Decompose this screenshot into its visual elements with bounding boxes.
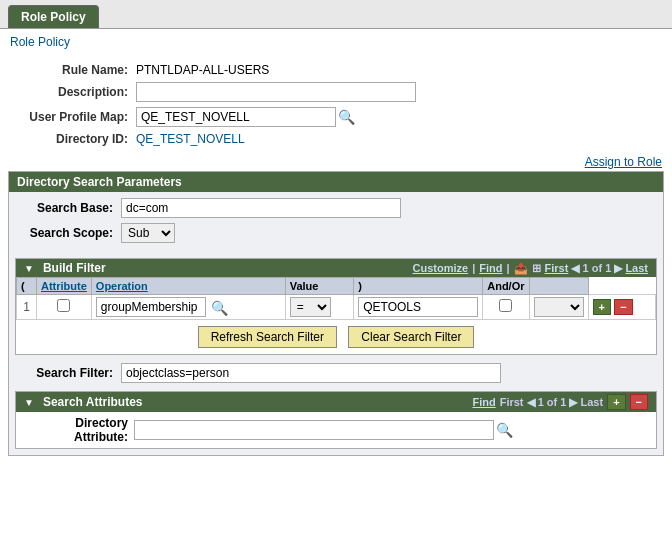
row-checkbox[interactable] bbox=[57, 299, 70, 312]
table-row: 1 🔍 = != >= <= bbox=[17, 295, 656, 320]
find-link[interactable]: Find bbox=[479, 262, 502, 274]
and-or-cell: AND OR bbox=[529, 295, 588, 320]
grid-icon[interactable]: ⊞ bbox=[532, 262, 541, 275]
operation-sort-link[interactable]: Operation bbox=[96, 280, 148, 292]
remove-search-attr-button[interactable]: − bbox=[630, 394, 648, 410]
export-icon[interactable]: 📤 bbox=[514, 262, 528, 275]
search-attributes-title: ▼ Search Attributes Find First ◀ 1 of 1 … bbox=[16, 392, 656, 412]
next-page-icon[interactable]: ▶ bbox=[614, 262, 622, 274]
search-base-input[interactable] bbox=[121, 198, 401, 218]
search-attr-last: Last bbox=[581, 396, 604, 408]
directory-attribute-label: Directory Attribute: bbox=[24, 416, 134, 444]
build-filter-title: ▼ Build Filter Customize | Find | 📤 ⊞ Fi… bbox=[16, 259, 656, 277]
description-row: Description: bbox=[16, 82, 656, 102]
description-label: Description: bbox=[16, 85, 136, 99]
build-filter-toolbar: Customize | Find | 📤 ⊞ First ◀ 1 of 1 ▶ … bbox=[413, 262, 648, 275]
form-area: Rule Name: PTNTLDAP-ALL-USERS Descriptio… bbox=[0, 55, 672, 155]
filter-buttons-row: Refresh Search Filter Clear Search Filte… bbox=[16, 320, 656, 354]
search-attr-pagination: First bbox=[500, 396, 524, 408]
rule-name-value: PTNTLDAP-ALL-USERS bbox=[136, 63, 269, 77]
tab-bar: Role Policy bbox=[0, 0, 672, 29]
build-filter-header: ( Attribute Operation Value ) And/Or bbox=[17, 278, 656, 295]
add-row-button[interactable]: + bbox=[593, 299, 611, 315]
remove-row-button[interactable]: − bbox=[614, 299, 632, 315]
user-profile-map-row: User Profile Map: 🔍 bbox=[16, 107, 656, 127]
search-attr-prev-icon[interactable]: ◀ bbox=[527, 396, 535, 408]
role-policy-tab[interactable]: Role Policy bbox=[8, 5, 99, 28]
col-paren-open: ( bbox=[17, 278, 37, 295]
attribute-input[interactable] bbox=[96, 297, 206, 317]
search-attr-next-icon[interactable]: ▶ bbox=[569, 396, 577, 408]
directory-attribute-row: Directory Attribute: 🔍 bbox=[16, 412, 656, 448]
and-or-select[interactable]: AND OR bbox=[534, 297, 584, 317]
build-filter-label: Build Filter bbox=[43, 261, 106, 275]
user-profile-map-input[interactable] bbox=[136, 107, 336, 127]
directory-id-value: QE_TEST_NOVELL bbox=[136, 132, 245, 146]
directory-id-row: Directory ID: QE_TEST_NOVELL bbox=[16, 132, 656, 146]
build-filter-title-left: ▼ Build Filter bbox=[24, 261, 106, 275]
search-base-row: Search Base: bbox=[21, 198, 651, 218]
search-attributes-label: Search Attributes bbox=[43, 395, 143, 409]
col-operation: Operation bbox=[91, 278, 285, 295]
search-filter-row: Search Filter: bbox=[9, 359, 663, 387]
assign-to-role-link[interactable]: Assign to Role bbox=[585, 155, 662, 169]
col-value: Value bbox=[285, 278, 354, 295]
search-scope-label: Search Scope: bbox=[21, 226, 121, 240]
search-attributes-subsection: ▼ Search Attributes Find First ◀ 1 of 1 … bbox=[15, 391, 657, 449]
value-cell bbox=[354, 295, 483, 320]
rule-name-row: Rule Name: PTNTLDAP-ALL-USERS bbox=[16, 63, 656, 77]
value-input[interactable] bbox=[358, 297, 478, 317]
paren-close-cell bbox=[483, 295, 529, 320]
row-num: 1 bbox=[17, 295, 37, 320]
directory-attribute-search-icon[interactable]: 🔍 bbox=[496, 422, 513, 438]
attribute-cell: 🔍 bbox=[91, 295, 285, 320]
collapse-icon-2: ▼ bbox=[24, 397, 34, 408]
last-page-link[interactable]: Last bbox=[625, 262, 648, 274]
breadcrumb: Role Policy bbox=[0, 29, 672, 55]
prev-page-icon[interactable]: ◀ bbox=[571, 262, 579, 274]
search-filter-label: Search Filter: bbox=[21, 366, 121, 380]
operation-select[interactable]: = != >= <= bbox=[290, 297, 331, 317]
build-filter-table: ( Attribute Operation Value ) And/Or 1 🔍 bbox=[16, 277, 656, 320]
directory-search-title: Directory Search Parameters bbox=[9, 172, 663, 192]
breadcrumb-link[interactable]: Role Policy bbox=[10, 35, 70, 49]
refresh-search-filter-button[interactable]: Refresh Search Filter bbox=[198, 326, 337, 348]
paren-close-checkbox[interactable] bbox=[499, 299, 512, 312]
operation-cell: = != >= <= bbox=[285, 295, 354, 320]
add-search-attr-button[interactable]: + bbox=[607, 394, 625, 410]
directory-id-label: Directory ID: bbox=[16, 132, 136, 146]
col-paren-close: ) bbox=[354, 278, 483, 295]
search-scope-row: Search Scope: Sub One Base bbox=[21, 223, 651, 243]
search-scope-select[interactable]: Sub One Base bbox=[121, 223, 175, 243]
user-profile-map-label: User Profile Map: bbox=[16, 110, 136, 124]
directory-search-form: Search Base: Search Scope: Sub One Base bbox=[9, 192, 663, 254]
col-attribute: Attribute bbox=[37, 278, 92, 295]
search-attr-page-info: 1 of 1 bbox=[538, 396, 567, 408]
assign-to-role-container: Assign to Role bbox=[0, 155, 672, 169]
directory-search-section: Directory Search Parameters Search Base:… bbox=[8, 171, 664, 456]
col-and-or: And/Or bbox=[483, 278, 529, 295]
description-input[interactable] bbox=[136, 82, 416, 102]
collapse-icon: ▼ bbox=[24, 263, 34, 274]
search-attr-find-link[interactable]: Find bbox=[472, 396, 495, 408]
search-attributes-toolbar: Find First ◀ 1 of 1 ▶ Last + − bbox=[472, 394, 648, 410]
search-filter-input[interactable] bbox=[121, 363, 501, 383]
page-info: 1 of 1 bbox=[583, 262, 612, 274]
search-attributes-title-left: ▼ Search Attributes bbox=[24, 395, 143, 409]
row-actions-cell: + − bbox=[588, 295, 656, 320]
build-filter-subsection: ▼ Build Filter Customize | Find | 📤 ⊞ Fi… bbox=[15, 258, 657, 355]
row-checkbox-cell bbox=[37, 295, 92, 320]
directory-attribute-input[interactable] bbox=[134, 420, 494, 440]
first-page-link[interactable]: First bbox=[545, 262, 569, 274]
search-base-label: Search Base: bbox=[21, 201, 121, 215]
customize-link[interactable]: Customize bbox=[413, 262, 469, 274]
attribute-sort-link[interactable]: Attribute bbox=[41, 280, 87, 292]
col-actions bbox=[529, 278, 588, 295]
user-profile-map-search-icon[interactable]: 🔍 bbox=[338, 109, 355, 125]
clear-search-filter-button[interactable]: Clear Search Filter bbox=[348, 326, 474, 348]
attribute-search-icon[interactable]: 🔍 bbox=[211, 300, 228, 316]
rule-name-label: Rule Name: bbox=[16, 63, 136, 77]
